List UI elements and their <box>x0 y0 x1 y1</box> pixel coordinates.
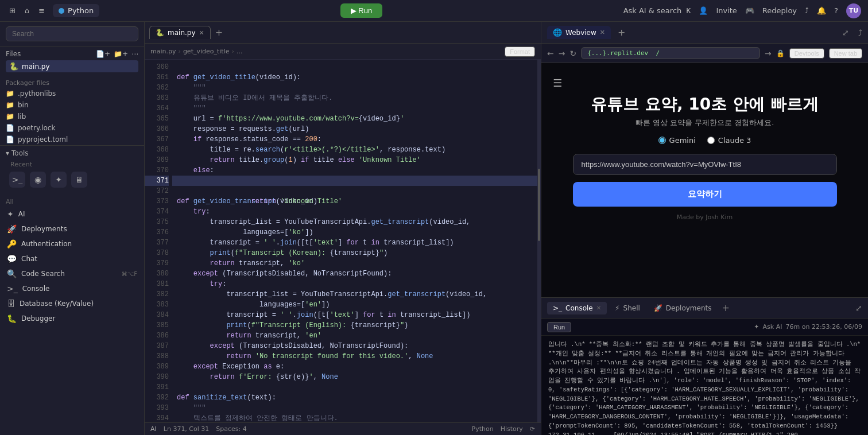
more-icon[interactable]: ⋯ <box>131 50 138 58</box>
back-button[interactable]: ← <box>547 49 554 58</box>
console-tab-label: Console <box>565 304 593 312</box>
avatar[interactable]: TU <box>846 3 861 18</box>
console-tab-shell[interactable]: ⚡ Shell <box>609 302 646 314</box>
code-line: def sanitize_text(text): <box>172 393 537 403</box>
console-tab-icon: >_ <box>553 304 562 312</box>
new-file-icon[interactable]: 📄+ <box>96 50 110 58</box>
refresh-button[interactable]: ↻ <box>569 49 576 58</box>
sidebar-item-code-search[interactable]: 🔍 Code Search ⌘⌥F <box>0 266 144 281</box>
webview-popout-icon[interactable]: ⤴ <box>858 28 862 37</box>
line-num: 391 <box>145 382 169 393</box>
gemini-radio-input[interactable] <box>658 137 666 144</box>
code-content[interactable]: def get_video_title(video_id): """ 유튜브 비… <box>172 60 537 422</box>
aiden-menu-icon[interactable]: ☰ <box>553 77 562 89</box>
status-right: Python History ⟳ <box>472 425 536 433</box>
webview-toolbar: ← → ↻ → 🔒 Devtools New tab <box>541 44 868 63</box>
webview-tab-add[interactable]: + <box>615 27 627 38</box>
console-tab-deployments[interactable]: 🚀 Deployments <box>648 302 718 314</box>
webview-expand-icon[interactable]: ⤢ <box>842 28 849 37</box>
search-input[interactable] <box>6 26 138 41</box>
terminal-recent-btn[interactable]: >_ <box>9 172 25 188</box>
sidebar-item-ai[interactable]: ✦ AI <box>0 207 144 222</box>
help-icon[interactable]: ? <box>834 6 838 15</box>
ask-ai-button[interactable]: Ask AI & search K <box>623 6 691 15</box>
files-section: Files 📄+ 📁+ ⋯ 🐍 main.py <box>0 46 144 75</box>
new-folder-icon[interactable]: 📁+ <box>114 50 128 58</box>
editor-tab-main-py[interactable]: 🐍 main.py ✕ <box>149 26 211 39</box>
ai-status-badge[interactable]: AI <box>150 425 157 433</box>
file-pyproject-toml[interactable]: 📄 pyproject.toml <box>0 134 144 145</box>
all-tools-section: All ✦ AI 🚀 Deployments 🔑 Authentication <box>0 193 144 435</box>
home-icon[interactable]: ⌂ <box>22 5 32 16</box>
ai-recent-btn[interactable]: ✦ <box>51 172 67 188</box>
sidebar-item-deployments[interactable]: 🚀 Deployments <box>0 222 144 236</box>
new-tab-button[interactable]: New tab <box>829 48 862 59</box>
console-add-tab[interactable]: + <box>719 302 731 313</box>
layout-icon[interactable]: ≡ <box>36 5 47 16</box>
breadcrumb-file[interactable]: main.py <box>150 48 176 55</box>
webview-tab-close[interactable]: ✕ <box>600 29 605 36</box>
people-icon: 👤 <box>699 6 708 15</box>
sidebar-toggle-icon[interactable]: ⊞ <box>7 5 18 16</box>
folder-pythonlibs[interactable]: 📁 .pythonlibs <box>0 88 144 99</box>
console-output[interactable]: 입니다 .\n* **중복 최소화:** 랜덤 조합 및 키워드 추가를 통해 … <box>541 336 868 435</box>
editor-scrollbar[interactable] <box>537 60 541 422</box>
line-num: 373 <box>145 196 169 207</box>
breadcrumb-more[interactable]: ... <box>237 48 243 55</box>
redeploy-button[interactable]: Redeploy <box>762 6 797 15</box>
claude-radio[interactable]: Claude 3 <box>707 136 751 145</box>
webview-tab[interactable]: 🌐 Webview ✕ <box>547 26 611 39</box>
tools-section: ▾ Tools Recent >_ ◉ ✦ 🖥 <box>0 145 144 193</box>
youtube-url-input[interactable] <box>573 154 837 175</box>
folder-icon: 📁 <box>6 112 14 121</box>
devtools-button[interactable]: Devtools <box>789 48 824 59</box>
language-label[interactable]: Python <box>472 425 494 433</box>
new-tab-add-btn[interactable]: + <box>213 27 225 38</box>
folder-bin[interactable]: 📁 bin <box>0 99 144 111</box>
console-expand-icon[interactable]: ⤢ <box>855 304 862 313</box>
tab-close-btn[interactable]: ✕ <box>199 29 204 37</box>
line-num: 374 <box>145 207 169 217</box>
code-line-highlighted: 💡 return 'Unknown Title' <box>172 176 537 186</box>
top-bar-right: Ask AI & search K 👤 Invite 🎮 Redeploy ⤴ … <box>623 3 861 18</box>
console-tab-close[interactable]: ✕ <box>596 305 601 311</box>
url-bar[interactable] <box>581 47 760 59</box>
history-button[interactable]: History <box>501 425 523 433</box>
code-line: response = requests.get(url) <box>172 124 537 134</box>
file-poetry-lock[interactable]: 📄 poetry.lock <box>0 122 144 134</box>
console-tab-console[interactable]: >_ Console ✕ <box>547 302 607 314</box>
files-header-icons: 📄+ 📁+ ⋯ <box>96 50 138 58</box>
file-item-main-py[interactable]: 🐍 main.py <box>6 60 138 72</box>
line-num: 384 <box>145 310 169 320</box>
run-console-button[interactable]: Run <box>547 322 571 332</box>
invite-button[interactable]: Invite <box>716 6 737 15</box>
code-line <box>172 382 537 393</box>
sidebar-item-console[interactable]: >_ Console <box>0 281 144 296</box>
main-layout: Files 📄+ 📁+ ⋯ 🐍 main.py Packager files 📁… <box>0 22 868 435</box>
claude-radio-input[interactable] <box>707 137 715 144</box>
navigate-button[interactable]: → <box>765 49 772 58</box>
format-button[interactable]: Format <box>505 46 535 57</box>
folder-lib[interactable]: 📁 lib <box>0 111 144 122</box>
tab-python-icon: 🐍 <box>156 29 164 37</box>
bell-icon[interactable]: 🔔 <box>817 6 826 15</box>
tools-header[interactable]: ▾ Tools <box>6 149 138 157</box>
forward-button[interactable]: → <box>559 49 565 58</box>
run-button[interactable]: ▶ Run <box>340 3 382 18</box>
sidebar-item-database[interactable]: 🗄 Database (Key/Value) <box>0 296 144 311</box>
summarize-button[interactable]: 요약하기 <box>573 182 837 207</box>
repl-name-badge[interactable]: Python <box>53 4 99 17</box>
line-num: 376 <box>145 227 169 238</box>
ask-ai-console-label[interactable]: Ask AI <box>763 323 782 331</box>
display-recent-btn[interactable]: 🖥 <box>71 172 87 188</box>
line-numbers: 360 361 362 363 364 365 366 367 368 369 … <box>145 60 172 422</box>
gemini-radio[interactable]: Gemini <box>658 136 696 145</box>
breadcrumb-function[interactable]: get_video_title <box>183 48 230 55</box>
sidebar-item-authentication[interactable]: 🔑 Authentication <box>0 236 144 251</box>
history-icon[interactable]: ⟳ <box>530 425 535 433</box>
search-recent-btn[interactable]: ◉ <box>30 172 46 188</box>
database-icon: 🗄 <box>7 299 15 308</box>
share-icon[interactable]: ⤴ <box>805 6 809 15</box>
sidebar-item-debugger[interactable]: 🐛 Debugger <box>0 311 144 326</box>
sidebar-item-chat[interactable]: 💬 Chat <box>0 251 144 266</box>
